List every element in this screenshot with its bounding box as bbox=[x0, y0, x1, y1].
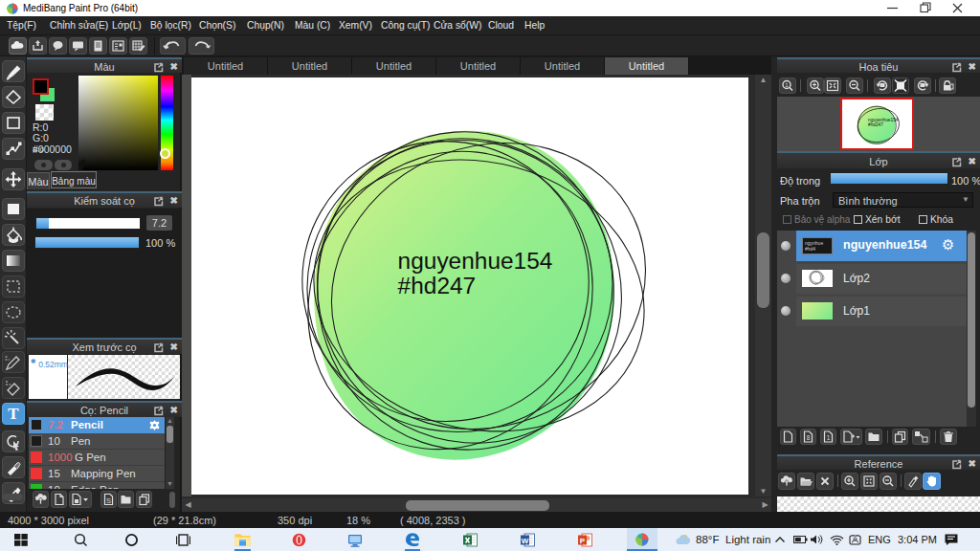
svg-text:8: 8 bbox=[807, 434, 811, 441]
svg-text:#hd247: #hd247 bbox=[398, 273, 477, 298]
svg-text:1: 1 bbox=[827, 434, 831, 441]
svg-text:S: S bbox=[106, 496, 111, 505]
svg-text:nguyenhue154: nguyenhue154 bbox=[868, 119, 899, 123]
svg-text:nguyenhue154: nguyenhue154 bbox=[398, 248, 553, 274]
svg-text:1: 1 bbox=[785, 82, 789, 88]
svg-text:P: P bbox=[580, 537, 586, 545]
svg-text:#hd247: #hd247 bbox=[868, 122, 883, 127]
svg-text:W: W bbox=[522, 537, 529, 545]
svg-text:#hd4: #hd4 bbox=[805, 246, 815, 252]
svg-text:T: T bbox=[8, 405, 19, 423]
